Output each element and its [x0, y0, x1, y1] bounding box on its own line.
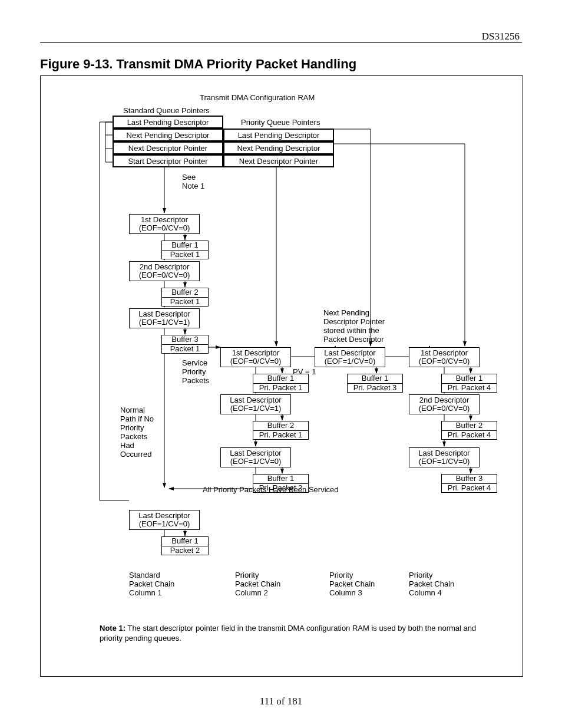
col1-label: Standard Packet Chain Column 1 — [129, 571, 174, 598]
c4-buf3: Buffer 3 Pri. Packet 4 — [441, 474, 497, 493]
normal-path-label: Normal Path if No Priority Packets Had O… — [120, 406, 154, 459]
c2-buf2-b: Pri. Packet 1 — [253, 431, 308, 440]
std-row-last-pending: Last Pending Descriptor Pointer — [113, 116, 223, 129]
pri-row-next-desc: Next Descriptor Pointer — [223, 154, 334, 167]
figure-frame: Transmit DMA Configuration RAM Standard … — [40, 75, 523, 677]
page-footer: 111 of 181 — [0, 696, 562, 707]
all-serviced-label: All Priority Packets Have Been Serviced — [203, 486, 338, 495]
c1-desc1: 1st Descriptor (EOF=0/CV=0) — [129, 214, 200, 234]
c4-buf3-a: Buffer 3 — [442, 475, 497, 484]
c1-desc3: Last Descriptor (EOF=1/CV=1) — [129, 308, 200, 328]
std-queue-header: Standard Queue Pointers — [123, 107, 210, 116]
pv1-label: PV = 1 — [293, 368, 316, 377]
c4-buf1-b: Pri. Packet 4 — [442, 384, 497, 393]
c3-buf1: Buffer 1 Pri. Packet 3 — [347, 374, 403, 393]
c2-desc2: Last Descriptor (EOF=1/CV=1) — [220, 394, 291, 414]
c4-desc2: 2nd Descriptor (EOF=0/CV=0) — [409, 394, 480, 414]
c1-buf4-a: Buffer 1 — [162, 537, 208, 546]
next-pending-note: Next Pending Descriptor Pointer stored w… — [323, 309, 385, 344]
c4-buf2: Buffer 2 Pri. Packet 4 — [441, 421, 497, 440]
c1-buf3-a: Buffer 3 — [162, 335, 208, 345]
c1-buf2-a: Buffer 2 — [162, 288, 208, 298]
c4-desc3: Last Descriptor (EOF=1/CV=0) — [409, 447, 480, 467]
c1-buf3: Buffer 3 Packet 1 — [161, 335, 209, 354]
c4-buf3-b: Pri. Packet 4 — [442, 484, 497, 493]
c3-buf1-a: Buffer 1 — [348, 374, 402, 384]
c4-buf2-a: Buffer 2 — [442, 421, 497, 431]
c1-buf1-a: Buffer 1 — [162, 241, 208, 251]
c1-buf1-b: Packet 1 — [162, 251, 208, 259]
note-1: Note 1: The start descriptor pointer fie… — [100, 624, 487, 644]
c4-buf1: Buffer 1 Pri. Packet 4 — [441, 374, 497, 393]
c1-buf4: Buffer 1 Packet 2 — [161, 536, 209, 555]
std-row-next-desc: Next Descriptor Pointer — [113, 141, 223, 154]
std-row-next-pending: Next Pending Descriptor Pointer — [113, 129, 223, 141]
note-text: The start descriptor pointer field in th… — [100, 624, 476, 643]
c3-desc1: Last Descriptor (EOF=1/CV=0) — [315, 347, 385, 367]
c4-desc1: 1st Descriptor (EOF=0/CV=0) — [409, 347, 480, 367]
top-label: Transmit DMA Configuration RAM — [200, 94, 315, 103]
c1-buf1: Buffer 1 Packet 1 — [161, 241, 209, 259]
c3-buf1-b: Pri. Packet 3 — [348, 384, 402, 393]
c1-buf4-b: Packet 2 — [162, 546, 208, 555]
pri-row-last-pending: Last Pending Descriptor Pointer — [223, 129, 334, 141]
figure-title: Figure 9-13. Transmit DMA Priority Packe… — [40, 57, 356, 72]
c2-buf3-a: Buffer 1 — [253, 475, 308, 484]
col2-label: Priority Packet Chain Column 2 — [235, 571, 280, 598]
pri-row-next-pending: Next Pending Descriptor Pointer — [223, 141, 334, 154]
pri-queue-header: Priority Queue Pointers — [241, 118, 320, 127]
c2-desc1: 1st Descriptor (EOF=0/CV=0) — [220, 347, 291, 367]
col3-label: Priority Packet Chain Column 3 — [329, 571, 375, 598]
std-row-start-desc: Start Descriptor Pointer — [113, 154, 223, 167]
c2-buf1-b: Pri. Packet 1 — [253, 384, 308, 393]
doc-id: DS31256 — [482, 31, 520, 42]
c2-buf2: Buffer 2 Pri. Packet 1 — [253, 421, 309, 440]
c1-desc2: 2nd Descriptor (EOF=0/CV=0) — [129, 261, 200, 281]
c2-desc3: Last Descriptor (EOF=1/CV=0) — [220, 447, 291, 467]
note-bold: Note 1: — [100, 624, 125, 633]
c1-buf3-b: Packet 1 — [162, 345, 208, 354]
see-note-label: See Note 1 — [182, 173, 204, 191]
c1-buf2-b: Packet 1 — [162, 298, 208, 307]
c1-buf2: Buffer 2 Packet 1 — [161, 288, 209, 307]
col4-label: Priority Packet Chain Column 4 — [409, 571, 454, 598]
c2-buf2-a: Buffer 2 — [253, 421, 308, 431]
c1-desc4: Last Descriptor (EOF=1/CV=0) — [129, 510, 200, 530]
c4-buf2-b: Pri. Packet 4 — [442, 431, 497, 440]
c4-buf1-a: Buffer 1 — [442, 374, 497, 384]
svc-priority-label: Service Priority Packets — [182, 359, 209, 386]
header-rule — [40, 42, 522, 43]
diagram: Transmit DMA Configuration RAM Standard … — [41, 76, 523, 676]
